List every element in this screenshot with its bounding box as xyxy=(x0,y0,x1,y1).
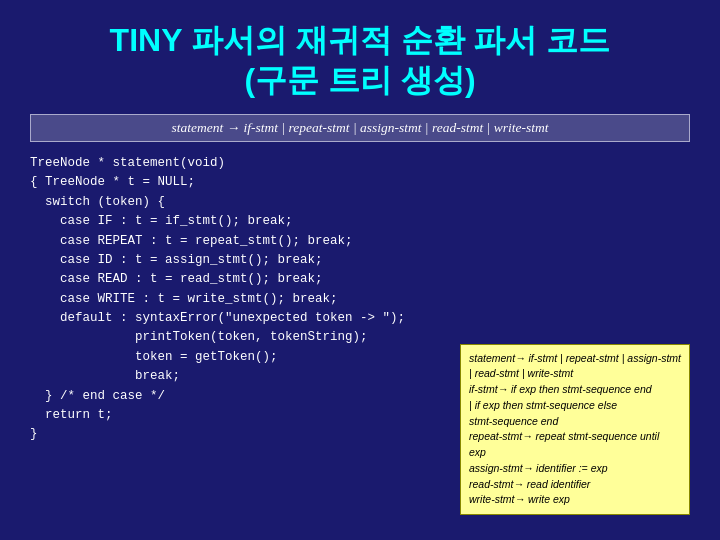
slide-title: TINY 파서의 재귀적 순환 파서 코드 (구문 트리 생성) xyxy=(30,20,690,100)
tooltip-line: read-stmt→ read identifier xyxy=(469,477,681,493)
tooltip-line: stmt-sequence end xyxy=(469,414,681,430)
grammar-bar-text: statement → if-stmt | repeat-stmt | assi… xyxy=(172,120,549,135)
slide: TINY 파서의 재귀적 순환 파서 코드 (구문 트리 생성) stateme… xyxy=(0,0,720,540)
tooltip-line: if-stmt→ if exp then stmt-sequence end xyxy=(469,382,681,398)
tooltip-box: statement→ if-stmt | repeat-stmt | assig… xyxy=(460,344,690,516)
tooltip-line: exp xyxy=(469,445,681,461)
tooltip-line: | read-stmt | write-stmt xyxy=(469,366,681,382)
content-area: TreeNode * statement(void) { TreeNode * … xyxy=(30,154,690,525)
tooltip-line: statement→ if-stmt | repeat-stmt | assig… xyxy=(469,351,681,367)
tooltip-line: repeat-stmt→ repeat stmt-sequence until xyxy=(469,429,681,445)
title-line2: (구문 트리 생성) xyxy=(244,62,475,98)
tooltip-line: write-stmt→ write exp xyxy=(469,492,681,508)
code-block: TreeNode * statement(void) { TreeNode * … xyxy=(30,154,450,525)
tooltip-line: assign-stmt→ identifier := exp xyxy=(469,461,681,477)
tooltip-line: | if exp then stmt-sequence else xyxy=(469,398,681,414)
grammar-bar: statement → if-stmt | repeat-stmt | assi… xyxy=(30,114,690,142)
title-line1: TINY 파서의 재귀적 순환 파서 코드 xyxy=(110,22,611,58)
